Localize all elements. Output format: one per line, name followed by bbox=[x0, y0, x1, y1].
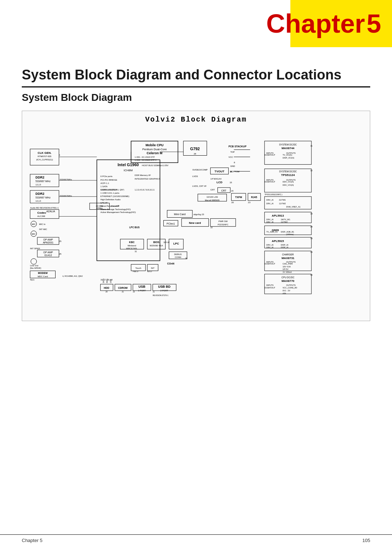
svg-text:11/7W2: 11/7W2 bbox=[279, 202, 286, 205]
svg-text:(ICH_CLPRS(G)): (ICH_CLPRS(G)) bbox=[36, 159, 53, 161]
svg-text:28: 28 bbox=[310, 226, 313, 228]
svg-text:15: 15 bbox=[229, 181, 232, 184]
svg-text:11/7W2: 11/7W2 bbox=[281, 221, 287, 223]
svg-text:HDD: HDD bbox=[104, 287, 109, 289]
svg-text:ATA: ATA bbox=[282, 292, 286, 295]
svg-text:CRT: CRT bbox=[211, 189, 215, 191]
svg-text:DCBATOUT: DCBATOUT bbox=[265, 263, 275, 265]
svg-text:Touch: Touch bbox=[135, 267, 141, 269]
svg-text:0V1 - 2V: 0V1 - 2V bbox=[282, 290, 290, 292]
svg-text:OP AMP: OP AMP bbox=[43, 251, 53, 254]
svg-text:1V  100mA: 1V 100mA bbox=[282, 271, 292, 273]
svg-text:PCI-PCI BRIDGE: PCI-PCI BRIDGE bbox=[101, 179, 117, 181]
svg-text:[No-SPDIF]: [No-SPDIF] bbox=[30, 267, 41, 269]
svg-text:Matrix Storage Technology(HO): Matrix Storage Technology(HO) bbox=[101, 208, 131, 210]
svg-text:DRV_AI: DRV_AI bbox=[266, 246, 274, 249]
page-footer: Chapter 5 105 bbox=[0, 534, 392, 543]
svg-text:DDV_VCI(A): DDV_VCI(A) bbox=[282, 181, 294, 183]
svg-text:DDR Memory I/F: DDR Memory I/F bbox=[135, 174, 151, 176]
svg-text:Mini Card: Mini Card bbox=[174, 213, 185, 216]
svg-text:1 SATA: 1 SATA bbox=[101, 185, 108, 188]
svg-text:MAX8770: MAX8770 bbox=[282, 279, 295, 283]
svg-text:1: 1 bbox=[59, 154, 60, 156]
svg-text:12,13: 12,13 bbox=[36, 200, 41, 202]
svg-text:DISP_VCI(A): DISP_VCI(A) bbox=[282, 157, 294, 159]
svg-text:10V 4.0A: 10V 4.0A bbox=[282, 266, 291, 268]
svg-text:RJ45: RJ45 bbox=[251, 196, 257, 198]
svg-text:VCC_CORE_B0: VCC_CORE_B0 bbox=[282, 287, 297, 289]
svg-text:36: 36 bbox=[185, 257, 187, 259]
svg-text:30: 30 bbox=[310, 274, 313, 276]
svg-text:DISP_AI: DISP_AI bbox=[281, 244, 288, 246]
svg-text:400MHz: 400MHz bbox=[96, 208, 103, 209]
svg-text:RTM870T-835: RTM870T-835 bbox=[38, 155, 52, 157]
svg-text:16: 16 bbox=[229, 171, 232, 173]
svg-text:LPC BUS: LPC BUS bbox=[129, 226, 140, 229]
svg-text:INPUTS: INPUTS bbox=[266, 284, 274, 286]
svg-text:DRV_AI: DRV_AI bbox=[266, 244, 274, 246]
footer-left: Chapter 5 bbox=[22, 538, 42, 543]
svg-text:WPCE743L: WPCE743L bbox=[126, 247, 138, 250]
svg-text:25: 25 bbox=[59, 240, 61, 242]
svg-text:DDR2: DDR2 bbox=[36, 192, 44, 196]
svg-text:MIC: MIC bbox=[32, 233, 36, 235]
svg-text:New card: New card bbox=[189, 221, 201, 225]
svg-text:Pad 37: Pad 37 bbox=[133, 271, 139, 272]
svg-text:ALC268: ALC268 bbox=[37, 215, 45, 217]
chapter-number: 5 bbox=[367, 9, 381, 38]
svg-text:LVDS, CRT I/F: LVDS, CRT I/F bbox=[192, 185, 207, 187]
svg-point-35 bbox=[31, 259, 37, 264]
svg-text:BIOS: BIOS bbox=[153, 241, 159, 243]
svg-text:CPU DC/DC: CPU DC/DC bbox=[281, 276, 294, 279]
svg-text:MIC: MIC bbox=[32, 223, 36, 225]
svg-text:TV_ADB_A1: TV_ADB_A1 bbox=[266, 231, 278, 233]
svg-text:1,2,3,4,5,6,7,8,9,10,11: 1,2,3,4,5,6,7,8,9,10,11 bbox=[135, 189, 155, 191]
svg-text:INTEGRATED GRAPHICS: INTEGRATED GRAPHICS bbox=[135, 178, 160, 180]
svg-text:Intel G1960: Intel G1960 bbox=[118, 163, 139, 167]
svg-text:DEBUG: DEBUG bbox=[174, 253, 182, 255]
svg-text:PWR SW: PWR SW bbox=[219, 220, 228, 222]
svg-text:Celeron M: Celeron M bbox=[147, 151, 162, 155]
svg-text:APL5915: APL5915 bbox=[272, 239, 284, 243]
svg-text:1.40G - KC-2310I DTP: 1.40G - KC-2310I DTP bbox=[135, 156, 155, 158]
svg-text:Mobile CPU: Mobile CPU bbox=[146, 143, 164, 147]
svg-text:Winbond: Winbond bbox=[127, 245, 136, 247]
svg-text:6 PCIe ports: 6 PCIe ports bbox=[101, 175, 113, 177]
svg-text:X4 DMI: X4 DMI bbox=[96, 205, 103, 207]
svg-text:28: 28 bbox=[194, 153, 196, 155]
svg-text:DCBATOUT: DCBATOUT bbox=[265, 287, 275, 289]
svg-text:Active Management Technology(H: Active Management Technology(HO) bbox=[101, 211, 136, 213]
footer-right: 105 bbox=[362, 538, 370, 543]
svg-text:14"WXGA4: 14"WXGA4 bbox=[211, 178, 222, 180]
svg-text:HOST BUS  533MHz±1.05V: HOST BUS 533MHz±1.05V bbox=[142, 164, 168, 167]
svg-text:34: 34 bbox=[310, 251, 313, 253]
svg-text:Rj11: Rj11 bbox=[30, 279, 35, 281]
svg-text:DRV_AI: DRV_AI bbox=[266, 199, 274, 201]
svg-text:1.06G - KC-2310I DTP 4: 1.06G - KC-2310I DTP 4 bbox=[135, 159, 156, 161]
svg-text:INT: INT bbox=[151, 267, 155, 269]
svg-text:LPC: LPC bbox=[173, 242, 179, 245]
diagram-container: Volvi2 Block Diagram CLK GEN. RTM870T-83… bbox=[22, 111, 370, 321]
svg-text:SVIDEO/COMP: SVIDEO/COMP bbox=[192, 169, 208, 171]
svg-text:12,13: 12,13 bbox=[36, 184, 41, 186]
svg-text:CRT: CRT bbox=[221, 189, 226, 192]
svg-text:KB 37: KB 37 bbox=[147, 271, 152, 272]
svg-text:G792: G792 bbox=[190, 147, 200, 151]
svg-text:DRV_AI: DRV_AI bbox=[266, 218, 274, 221]
svg-text:MIC In: MIC In bbox=[39, 223, 46, 225]
svg-text:16: 16 bbox=[231, 190, 233, 192]
svg-text:Codec: Codec bbox=[37, 211, 46, 214]
svg-text:LPC I/F: LPC I/F bbox=[101, 202, 108, 204]
svg-text:TPS51100(G2997) ): TPS51100(G2997) ) bbox=[265, 193, 282, 196]
svg-text:SYSTEM DC/DC: SYSTEM DC/DC bbox=[279, 170, 297, 173]
svg-text:DRV_AI: DRV_AI bbox=[266, 202, 274, 205]
svg-text:OUTPUTS: OUTPUTS bbox=[286, 284, 295, 286]
svg-text:DCBATOUT: DCBATOUT bbox=[265, 181, 275, 183]
svg-text:DRV_AI: DRV_AI bbox=[266, 221, 274, 223]
svg-text:CDROM: CDROM bbox=[118, 287, 127, 289]
svg-text:23: 23 bbox=[248, 201, 250, 204]
svg-text:High Definition Audio: High Definition Audio bbox=[101, 198, 121, 201]
svg-text:DISP_ADB_B1: DISP_ADB_B1 bbox=[281, 231, 294, 233]
svg-text:G1412: G1412 bbox=[44, 254, 52, 257]
svg-text:USB: USB bbox=[110, 279, 112, 283]
